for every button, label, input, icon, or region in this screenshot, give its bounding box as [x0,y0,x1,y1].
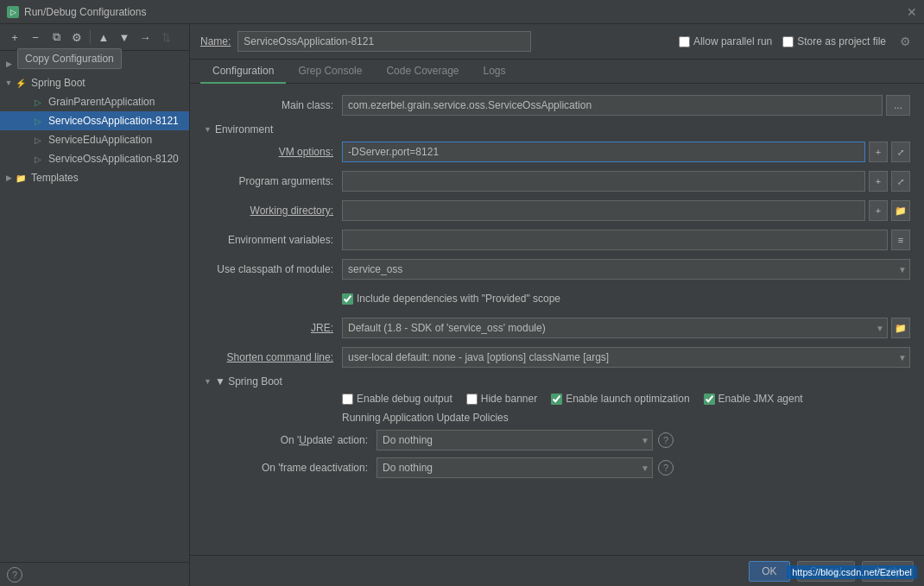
working-dir-input-group: + 📁 [342,200,910,221]
jre-browse-button[interactable]: 📁 [891,318,910,338]
jre-select-wrap: Default (1.8 - SDK of 'service_oss' modu… [342,318,888,338]
on-update-label: On 'Update' action: [204,434,377,446]
include-deps-label: Include dependencies with "Provided" sco… [357,293,560,305]
working-dir-browse-button[interactable]: 📁 [891,200,910,221]
include-deps-wrap[interactable]: Include dependencies with "Provided" sco… [342,293,560,305]
tree-item-grain-parent[interactable]: ▷ GrainParentApplication [0,92,189,111]
config-area: Main class: ... ▼ Environment VM options… [190,84,924,555]
tab-grep-console[interactable]: Grep Console [286,60,374,84]
service-oss-8121-label: ServiceOssApplication-8121 [48,115,179,127]
main-class-label: Main class: [204,99,342,111]
close-button[interactable]: ✕ [907,5,917,19]
env-vars-input-group: ≡ [342,230,910,250]
working-dir-add-button[interactable]: + [869,200,888,221]
up-button[interactable]: ▲ [94,28,113,47]
program-args-row: Program arguments: + ⤢ [204,170,910,192]
on-update-select[interactable]: Do nothing Update classes and resources … [377,430,653,451]
main-window: ▷ Run/Debug Configurations ✕ + − ⧉ Copy … [0,0,924,586]
ok-button[interactable]: OK [749,561,789,582]
gear-button[interactable]: ⚙ [896,33,914,50]
tree-item-templates[interactable]: ▶ 📁 Templates [0,168,189,187]
program-args-add-button[interactable]: + [869,171,888,192]
name-input[interactable] [237,31,531,52]
tree-item-service-oss-8121[interactable]: ▷ ServiceOssApplication-8121 [0,111,189,130]
service-oss-8121-icon: ▷ [31,114,45,128]
vm-options-label: VM options: [204,146,342,158]
enable-launch-wrap[interactable]: Enable launch optimization [551,393,689,405]
program-args-input[interactable] [342,171,865,192]
store-as-project-wrap[interactable]: Store as project file [782,35,886,47]
right-panel: Name: Allow parallel run Store as projec… [190,24,924,586]
jre-label: JRE: [204,322,342,334]
enable-jmx-checkbox[interactable] [704,394,715,405]
env-vars-label: Environment variables: [204,234,342,246]
env-arrow: ▼ [204,125,212,134]
grain-parent-icon: ▷ [31,95,45,109]
remove-button[interactable]: − [26,28,45,47]
on-update-select-wrap: Do nothing Update classes and resources … [377,430,653,451]
down-button[interactable]: ▼ [115,28,134,47]
jre-input-group: Default (1.8 - SDK of 'service_oss' modu… [342,318,910,338]
classpath-select[interactable]: service_oss [342,259,910,280]
on-update-help[interactable]: ? [658,432,674,448]
on-frame-select-wrap: Do nothing Update classes and resources … [377,457,653,478]
allow-parallel-wrap[interactable]: Allow parallel run [679,35,772,47]
hide-banner-checkbox[interactable] [466,394,478,405]
title-bar: ▷ Run/Debug Configurations ✕ [0,0,924,24]
shorten-cmd-select-wrap: user-local default: none - java [options… [342,347,910,368]
enable-debug-checkbox[interactable] [342,394,353,405]
tree-item-spring-boot-group[interactable]: ▼ ⚡ Spring Boot [0,73,189,92]
tab-logs[interactable]: Logs [471,60,518,84]
main-class-browse-button[interactable]: ... [886,95,910,116]
working-dir-input[interactable] [342,200,865,221]
classpath-select-wrap: service_oss ▼ [342,259,910,280]
tree-item-service-oss-8120[interactable]: ▷ ServiceOssApplication-8120 [0,149,189,168]
tree-area: ▶ ▷ JUn ▼ ⚡ Spring Boot ▷ GrainParentApp… [0,51,189,562]
toolbar: + − ⧉ Copy Configuration ⚙ ▲ ▼ → ⇅ [0,24,189,51]
enable-debug-wrap[interactable]: Enable debug output [342,393,453,405]
on-frame-help[interactable]: ? [658,460,674,476]
tree-item-service-edu[interactable]: ▷ ServiceEduApplication [0,130,189,149]
on-frame-select[interactable]: Do nothing Update classes and resources … [377,457,653,478]
enable-jmx-wrap[interactable]: Enable JMX agent [704,393,803,405]
running-app-title: Running Application Update Policies [204,412,910,424]
service-edu-icon: ▷ [31,133,45,147]
window-title: Run/Debug Configurations [24,6,146,18]
move-button[interactable]: → [136,28,155,47]
on-update-row: On 'Update' action: Do nothing Update cl… [204,429,910,451]
name-label: Name: [200,35,231,47]
jre-select[interactable]: Default (1.8 - SDK of 'service_oss' modu… [342,318,888,338]
left-panel: + − ⧉ Copy Configuration ⚙ ▲ ▼ → ⇅ ▶ ▷ J… [0,24,190,586]
vm-options-add-button[interactable]: + [869,142,888,162]
main-class-input[interactable] [342,95,883,116]
store-as-project-checkbox[interactable] [782,36,794,47]
vm-options-input[interactable] [342,142,865,162]
shorten-cmd-select[interactable]: user-local default: none - java [options… [342,347,910,368]
vm-options-expand-button[interactable]: ⤢ [891,142,910,162]
hide-banner-wrap[interactable]: Hide banner [466,393,537,405]
name-bar: Name: Allow parallel run Store as projec… [190,24,924,60]
jre-row: JRE: Default (1.8 - SDK of 'service_oss'… [204,317,910,339]
program-args-expand-button[interactable]: ⤢ [891,171,910,192]
add-button[interactable]: + [5,28,24,47]
enable-launch-checkbox[interactable] [551,394,562,405]
env-vars-edit-button[interactable]: ≡ [891,230,910,250]
include-deps-checkbox[interactable] [342,293,353,305]
settings-button[interactable]: ⚙ [67,28,86,47]
main-class-row: Main class: ... [204,94,910,117]
help-button[interactable]: ? [7,567,22,583]
tab-code-coverage[interactable]: Code Coverage [374,60,471,84]
env-vars-input[interactable] [342,230,888,250]
copy-button[interactable]: ⧉ [47,28,66,47]
left-bottom-bar: ? [0,562,189,586]
allow-parallel-checkbox[interactable] [679,36,690,47]
service-edu-label: ServiceEduApplication [48,134,152,146]
classpath-label: Use classpath of module: [204,263,342,275]
sort-button[interactable]: ⇅ [156,28,175,47]
arrow-jun: ▶ [3,60,14,68]
main-area: + − ⧉ Copy Configuration ⚙ ▲ ▼ → ⇅ ▶ ▷ J… [0,24,924,586]
tab-configuration[interactable]: Configuration [200,60,286,84]
environment-header: ▼ Environment [204,123,910,135]
working-dir-row: Working directory: + 📁 [204,199,910,222]
shorten-cmd-label: Shorten command line: [204,351,342,363]
